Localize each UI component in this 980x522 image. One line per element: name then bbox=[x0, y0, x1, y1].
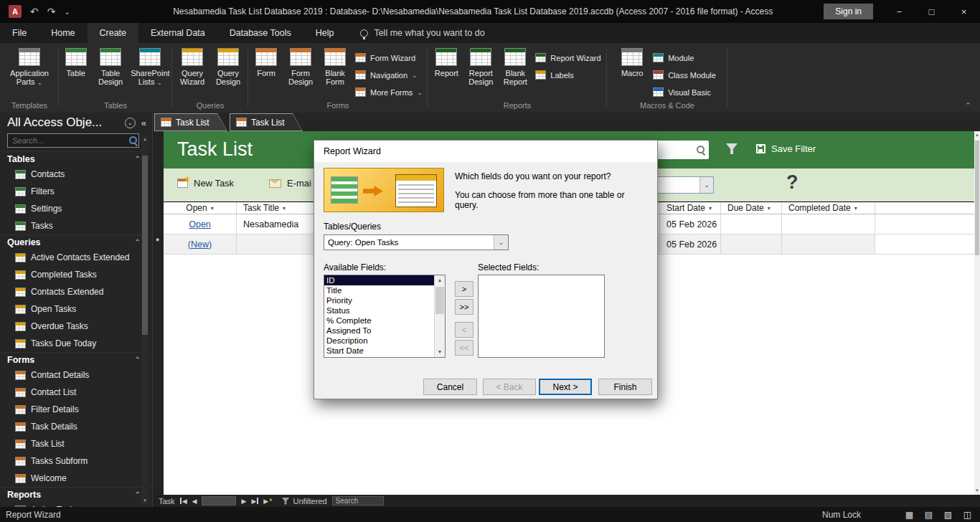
column-header-due-date[interactable]: Due Date▾ bbox=[721, 202, 782, 214]
form-view-icon[interactable]: ▤ bbox=[919, 507, 938, 522]
section-collapse-icon[interactable]: ⌃ bbox=[135, 490, 141, 498]
sidebar-item-tasks[interactable]: Tasks bbox=[0, 217, 152, 234]
column-header-open[interactable]: Open▾ bbox=[164, 202, 237, 214]
navigation-button[interactable]: Navigation ⌄ bbox=[352, 68, 425, 82]
section-collapse-icon[interactable]: ⌃ bbox=[135, 238, 141, 246]
sidebar-item-contacts-extended[interactable]: Contacts Extended bbox=[0, 283, 152, 300]
query-design-button[interactable]: Query Design bbox=[211, 44, 245, 86]
field-option[interactable]: % Complete bbox=[324, 315, 434, 326]
field-option[interactable]: Priority bbox=[324, 295, 434, 305]
sidebar-section-queries[interactable]: Queries ⌃ bbox=[0, 234, 152, 249]
sign-in-button[interactable]: Sign in bbox=[824, 4, 873, 19]
scroll-down-icon[interactable]: ▼ bbox=[974, 487, 980, 495]
listbox-scrollbar[interactable]: ▲ ▼ bbox=[434, 275, 445, 357]
sidebar-item-task-details[interactable]: Task Details bbox=[0, 418, 152, 435]
field-option[interactable]: Assigned To bbox=[324, 326, 434, 336]
sidebar-item-settings[interactable]: Settings bbox=[0, 200, 152, 217]
filter-funnel-icon[interactable] bbox=[726, 143, 738, 154]
more-forms-button[interactable]: More Forms ⌄ bbox=[352, 85, 425, 99]
scrollbar-thumb[interactable] bbox=[975, 141, 979, 255]
scroll-up-icon[interactable]: ▲ bbox=[141, 136, 149, 143]
next-button[interactable]: Next > bbox=[539, 379, 592, 395]
new-record-button[interactable]: ▶* bbox=[263, 497, 272, 506]
sidebar-item-filters[interactable]: Filters bbox=[0, 183, 152, 200]
chevron-down-icon[interactable]: ⌄ bbox=[494, 235, 508, 250]
report-design-button[interactable]: Report Design bbox=[463, 44, 498, 86]
finish-button[interactable]: Finish bbox=[598, 379, 652, 395]
email-list-button[interactable]: E-mai bbox=[269, 178, 311, 189]
record-number-box[interactable] bbox=[202, 496, 236, 506]
blank-report-button[interactable]: Blank Report bbox=[499, 44, 531, 86]
cancel-button[interactable]: Cancel bbox=[423, 379, 477, 395]
field-option[interactable]: Title bbox=[324, 285, 434, 295]
filter-state-button[interactable]: Unfiltered bbox=[282, 497, 327, 506]
collapse-pane-icon[interactable]: « bbox=[141, 118, 146, 128]
back-button[interactable]: < Back bbox=[483, 379, 536, 395]
document-scrollbar[interactable]: ▲ ▼ bbox=[974, 131, 980, 495]
navigation-search-input[interactable] bbox=[8, 136, 128, 145]
report-button[interactable]: Report bbox=[430, 44, 462, 77]
column-filter-icon[interactable]: ▾ bbox=[211, 205, 214, 212]
due-date-cell[interactable] bbox=[721, 214, 782, 234]
scrollbar-thumb[interactable] bbox=[142, 156, 148, 335]
next-record-button[interactable]: ▶ bbox=[241, 498, 246, 505]
first-record-button[interactable]: ◀ bbox=[180, 498, 187, 505]
document-tab-task-list-1[interactable]: Task List bbox=[154, 113, 227, 131]
visual-basic-button[interactable]: Visual Basic bbox=[650, 85, 719, 99]
sidebar-item-filter-details[interactable]: Filter Details bbox=[0, 401, 152, 418]
access-app-icon[interactable]: A bbox=[9, 5, 22, 18]
add-field-button[interactable]: > bbox=[455, 281, 473, 297]
completed-date-cell[interactable] bbox=[782, 214, 875, 234]
scroll-down-icon[interactable]: ▼ bbox=[141, 497, 149, 504]
last-record-button[interactable]: ▶ bbox=[251, 498, 258, 505]
remove-field-button[interactable]: < bbox=[455, 322, 473, 338]
sidebar-item-contacts[interactable]: Contacts bbox=[0, 166, 152, 183]
application-parts-button[interactable]: Application Parts ⌄ bbox=[10, 44, 49, 87]
sidebar-item-active-tasks[interactable]: Active Tasks bbox=[0, 501, 152, 507]
field-option[interactable]: ID bbox=[324, 275, 434, 285]
query-wizard-button[interactable]: Query Wizard bbox=[175, 44, 209, 86]
column-header-completed-date[interactable]: Completed Date▾ bbox=[782, 202, 875, 214]
column-filter-icon[interactable]: ▾ bbox=[854, 205, 857, 212]
save-filter-button[interactable]: Save Filter bbox=[756, 143, 816, 154]
maximize-button[interactable]: □ bbox=[915, 0, 948, 23]
help-question-mark[interactable]: ? bbox=[786, 171, 798, 194]
table-button[interactable]: Table bbox=[60, 44, 91, 77]
chevron-down-icon[interactable]: ⌄ bbox=[699, 177, 713, 193]
sidebar-item-task-list[interactable]: Task List bbox=[0, 435, 152, 452]
sidebar-item-completed-tasks[interactable]: Completed Tasks bbox=[0, 266, 152, 283]
sidebar-scrollbar[interactable]: ▲ ▼ bbox=[141, 136, 149, 504]
tab-create[interactable]: Create bbox=[88, 23, 139, 43]
macro-button[interactable]: Macro bbox=[616, 44, 649, 77]
tab-external-data[interactable]: External Data bbox=[138, 23, 217, 43]
close-button[interactable]: × bbox=[948, 0, 980, 23]
new-task-button[interactable]: New Task bbox=[177, 178, 234, 189]
column-header-start-date[interactable]: Start Date▾ bbox=[660, 202, 721, 214]
sidebar-item-active-contacts-extended[interactable]: Active Contacts Extended bbox=[0, 249, 152, 266]
redo-icon[interactable]: ↷ bbox=[47, 6, 56, 17]
completed-date-cell[interactable] bbox=[782, 234, 875, 255]
tab-home[interactable]: Home bbox=[39, 23, 87, 43]
design-view-icon[interactable]: ◫ bbox=[958, 507, 977, 522]
layout-view-icon[interactable]: ▧ bbox=[938, 507, 958, 522]
minimize-button[interactable]: − bbox=[883, 0, 915, 23]
sidebar-section-reports[interactable]: Reports ⌃ bbox=[0, 487, 152, 501]
field-option[interactable]: Start Date bbox=[324, 346, 434, 356]
tell-me-box[interactable]: Tell me what you want to do bbox=[346, 23, 484, 43]
scroll-up-icon[interactable]: ▲ bbox=[435, 275, 445, 285]
tab-help[interactable]: Help bbox=[303, 23, 347, 43]
datasheet-view-icon[interactable]: ▦ bbox=[900, 507, 919, 522]
available-fields-listbox[interactable]: ID Title Priority Status % Complete Assi… bbox=[324, 275, 446, 358]
collapse-ribbon-icon[interactable]: ⌃ bbox=[965, 101, 971, 110]
sharepoint-lists-button[interactable]: SharePoint Lists ⌄ bbox=[130, 44, 171, 87]
sidebar-section-tables[interactable]: Tables ⌃ bbox=[0, 151, 152, 166]
form-design-button[interactable]: Form Design bbox=[283, 44, 318, 86]
tab-file[interactable]: File bbox=[0, 23, 39, 43]
add-all-fields-button[interactable]: >> bbox=[455, 299, 473, 315]
column-filter-icon[interactable]: ▾ bbox=[709, 205, 712, 212]
report-wizard-button[interactable]: Report Wizard bbox=[532, 51, 603, 65]
scrollbar-thumb[interactable] bbox=[435, 287, 444, 314]
column-filter-icon[interactable]: ▾ bbox=[283, 205, 286, 212]
tab-database-tools[interactable]: Database Tools bbox=[217, 23, 303, 43]
sidebar-item-tasks-due-today[interactable]: Tasks Due Today bbox=[0, 335, 152, 352]
